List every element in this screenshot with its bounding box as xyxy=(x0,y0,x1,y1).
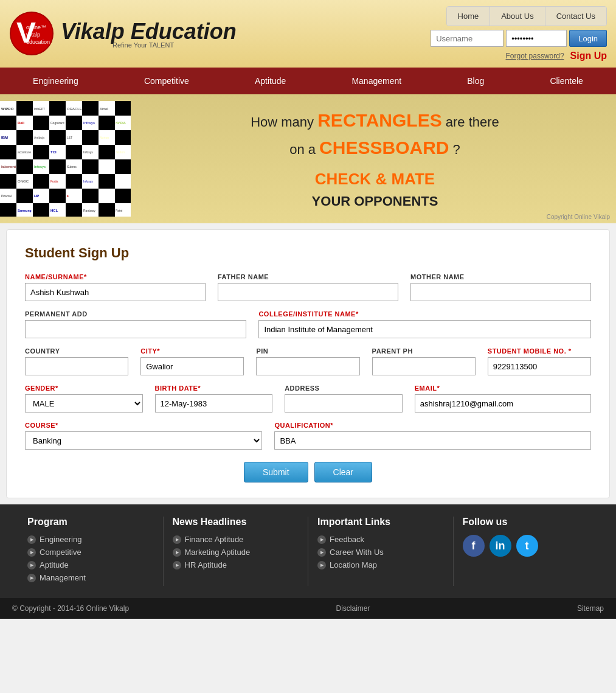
banner-copyright: Copyright Online Vikalp xyxy=(547,214,610,220)
submit-row: Submit Clear xyxy=(25,462,591,482)
nav-competitive[interactable]: Competitive xyxy=(132,68,201,94)
mother-name-group: MOTHER NAME xyxy=(410,273,591,301)
svg-text:Ranbaxy: Ranbaxy xyxy=(83,209,95,212)
signup-title: Student Sign Up xyxy=(25,245,591,261)
nav-about[interactable]: About Us xyxy=(490,7,545,26)
clear-button[interactable]: Clear xyxy=(314,462,372,482)
svg-rect-57 xyxy=(49,189,66,203)
course-select[interactable]: Banking SSC UPSC Railway Other xyxy=(25,431,262,450)
father-name-group: FATHER NAME xyxy=(218,273,398,301)
linkedin-icon[interactable]: in xyxy=(490,535,511,557)
list-item: Feedback xyxy=(317,535,444,544)
parent-ph-input[interactable] xyxy=(372,357,476,375)
disclaimer-link[interactable]: Disclaimer xyxy=(336,604,370,613)
birth-date-label: BIRTH DATE* xyxy=(155,385,273,392)
parent-ph-label: PARENT PH xyxy=(372,347,476,355)
college-input[interactable] xyxy=(258,320,591,338)
form-row-2: PERMANENT ADD COLLEGE/INSTITUTE NAME* xyxy=(25,310,591,338)
footer-management-link[interactable]: Management xyxy=(40,573,86,582)
svg-text:ONGC: ONGC xyxy=(18,179,29,183)
nav-engineering[interactable]: Engineering xyxy=(21,68,91,94)
address-input[interactable] xyxy=(285,394,403,413)
svg-rect-27 xyxy=(82,130,99,145)
svg-rect-59 xyxy=(82,189,99,203)
city-input[interactable] xyxy=(140,357,244,375)
twitter-icon[interactable]: t xyxy=(516,535,538,557)
email-input[interactable] xyxy=(415,394,591,413)
footer-hr-link[interactable]: HR Aptitude xyxy=(185,560,227,569)
footer-marketing-link[interactable]: Marketing Aptitude xyxy=(185,548,251,557)
svg-text:InfoEPT: InfoEPT xyxy=(34,107,45,111)
list-item: Management xyxy=(27,573,154,582)
svg-rect-50 xyxy=(66,174,82,189)
footer-career-link[interactable]: Career With Us xyxy=(330,548,384,557)
svg-text:Infosys: Infosys xyxy=(83,150,93,154)
banner-checkmate: CHECK & MATE xyxy=(152,167,598,191)
svg-text:vikalp: vikalp xyxy=(26,32,40,38)
submit-button[interactable]: Submit xyxy=(244,462,308,482)
qualification-group: QUALIFICATION* xyxy=(274,422,591,450)
list-item: Aptitude xyxy=(27,560,154,569)
username-input[interactable] xyxy=(431,30,504,47)
gender-group: GENDER* MALE FEMALE OTHER xyxy=(25,385,143,413)
svg-rect-66 xyxy=(66,203,82,217)
site-name: Vikalp Education xyxy=(61,19,237,44)
country-input[interactable] xyxy=(25,357,128,375)
gender-select[interactable]: MALE FEMALE OTHER xyxy=(25,394,143,413)
login-button[interactable]: Login xyxy=(569,30,607,47)
play-icon xyxy=(173,535,181,544)
nav-management[interactable]: Management xyxy=(339,68,414,94)
svg-rect-29 xyxy=(115,130,131,145)
footer-program-heading: Program xyxy=(27,517,154,528)
name-input[interactable] xyxy=(25,283,206,301)
svg-rect-30 xyxy=(0,145,16,159)
gender-label: GENDER* xyxy=(25,385,143,392)
forgot-password-link[interactable]: Forgot password? xyxy=(506,52,564,60)
footer-finance-link[interactable]: Finance Aptitude xyxy=(185,535,244,544)
footer: Program Engineering Competitive Aptitude… xyxy=(0,504,616,598)
sitemap-link[interactable]: Sitemap xyxy=(577,604,604,613)
footer-location-link[interactable]: Location Map xyxy=(330,560,377,569)
father-input[interactable] xyxy=(218,283,398,301)
password-input[interactable] xyxy=(506,30,567,47)
chess-board-svg: WIPRO InfoEPT ORACLE Airtel Dell Cogniza… xyxy=(0,101,131,217)
footer-news-list: Finance Aptitude Marketing Aptitude HR A… xyxy=(173,535,299,569)
father-label: FATHER NAME xyxy=(218,273,398,280)
svg-text:IBM: IBM xyxy=(1,136,8,139)
svg-text:Airtel: Airtel xyxy=(100,107,108,111)
permanent-add-input[interactable] xyxy=(25,320,246,338)
nav-clientele[interactable]: Clientele xyxy=(538,68,595,94)
svg-text:Norton: Norton xyxy=(100,136,109,139)
svg-text:education: education xyxy=(26,39,50,45)
main-nav: Engineering Competitive Aptitude Managem… xyxy=(0,68,616,94)
name-label: NAME/SURNAME* xyxy=(25,273,206,280)
nav-blog[interactable]: Blog xyxy=(455,68,496,94)
birth-date-input[interactable] xyxy=(155,394,273,413)
footer-competitive-link[interactable]: Competitive xyxy=(40,548,81,557)
footer-feedback-link[interactable]: Feedback xyxy=(330,535,364,544)
play-icon xyxy=(317,535,326,544)
logo-area: V online™ vikalp education Vikalp Educat… xyxy=(9,11,237,57)
svg-text:Infosys: Infosys xyxy=(83,121,95,125)
nav-aptitude[interactable]: Aptitude xyxy=(243,68,298,94)
student-mobile-input[interactable] xyxy=(488,357,591,375)
nav-contact[interactable]: Contact Us xyxy=(545,7,606,26)
footer-engineering-link[interactable]: Engineering xyxy=(40,535,81,544)
qualification-input[interactable] xyxy=(274,431,591,450)
svg-rect-62 xyxy=(0,203,16,217)
signup-link[interactable]: Sign Up xyxy=(570,50,607,61)
svg-rect-52 xyxy=(99,174,115,189)
birth-date-group: BIRTH DATE* xyxy=(155,385,273,413)
banner-line1: How many RECTANGLES are there xyxy=(152,106,598,134)
pin-input[interactable] xyxy=(256,357,359,375)
facebook-icon[interactable]: f xyxy=(463,535,485,557)
footer-aptitude-link[interactable]: Aptitude xyxy=(40,560,69,569)
form-row-1: NAME/SURNAME* FATHER NAME MOTHER NAME xyxy=(25,273,591,301)
course-label: COURSE* xyxy=(25,422,262,429)
nav-home[interactable]: Home xyxy=(447,7,491,26)
svg-rect-53 xyxy=(115,174,131,189)
svg-rect-11 xyxy=(82,101,99,116)
mother-input[interactable] xyxy=(410,283,591,301)
banner: WIPRO InfoEPT ORACLE Airtel Dell Cogniza… xyxy=(0,94,616,223)
svg-rect-34 xyxy=(66,145,82,159)
